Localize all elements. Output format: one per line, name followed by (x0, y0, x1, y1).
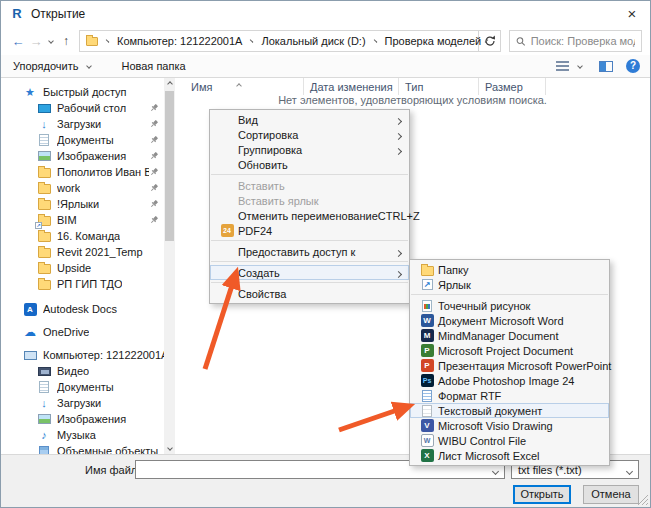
preview-pane-icon[interactable] (599, 61, 613, 72)
submenu-arrow-icon (396, 114, 401, 126)
sidebar-item-downloads2[interactable]: ↓ Загрузки (1, 395, 164, 411)
up-button[interactable]: ↑ (57, 34, 75, 48)
context-menu: Вид Сортировка Группировка Обновить Вста… (209, 109, 410, 304)
sidebar-item-documents[interactable]: Документы (1, 132, 164, 148)
sidebar-item-work[interactable]: work (1, 180, 164, 196)
menu-item-group[interactable]: Группировка (210, 142, 409, 157)
submenu-item-photoshop[interactable]: Ps Adobe Photoshop Image 24 (410, 373, 609, 388)
pin-icon (149, 151, 159, 161)
sidebar-item-videos[interactable]: Видео (1, 363, 164, 379)
sidebar-item-bim[interactable]: ↗ BIM (1, 212, 164, 228)
refresh-button[interactable] (479, 30, 501, 52)
download-icon: ↓ (37, 118, 51, 131)
sidebar-item-quick-access[interactable]: ★ Быстрый доступ (1, 84, 164, 100)
submenu-item-folder[interactable]: Папку (410, 262, 609, 277)
menu-separator (211, 240, 408, 241)
sidebar-item-pictures[interactable]: Изображения (1, 148, 164, 164)
submenu-item-wibu[interactable]: W WIBU Control File (410, 433, 609, 448)
folder-icon (37, 198, 51, 211)
scroll-down-button[interactable] (164, 442, 175, 454)
crumb-separator-icon (250, 39, 254, 43)
navigation-bar: ← → ↑ Компьютер: 121222001A Локальный ди… (1, 27, 650, 55)
sidebar-item-rp-gip-tdo[interactable]: РП ГИП ТДО (1, 276, 164, 292)
menu-item-new[interactable]: Создать (210, 265, 409, 280)
sidebar-item-autodesk-docs[interactable]: A Autodesk Docs (1, 301, 164, 317)
organize-button[interactable]: Упорядочить (13, 60, 95, 72)
breadcrumb-computer[interactable]: Компьютер: 121222001A (117, 35, 242, 47)
rtf-icon (422, 390, 432, 402)
column-size[interactable]: Размер (479, 78, 546, 95)
sidebar-item-onedrive[interactable]: ☁ OneDrive (1, 324, 164, 340)
resize-grip[interactable] (638, 495, 648, 505)
submenu-item-excel[interactable]: X Лист Microsoft Excel (410, 448, 609, 463)
submenu-item-rtf[interactable]: Формат RTF (410, 388, 609, 403)
menu-item-share[interactable]: Предоставить доступ к (210, 244, 409, 259)
picture-icon (37, 150, 51, 163)
view-mode-button[interactable] (556, 61, 586, 71)
new-folder-button[interactable]: Новая папка (121, 60, 185, 72)
sidebar-item-upside[interactable]: Upside (1, 260, 164, 276)
menu-separator (211, 174, 408, 175)
column-type[interactable]: Тип (399, 78, 479, 95)
submenu-item-mindmanager[interactable]: M MindManager Document (410, 328, 609, 343)
submenu-arrow-icon (396, 246, 401, 258)
document-icon (37, 381, 51, 394)
menu-item-undo-rename[interactable]: Отменить переименование CTRL+Z (210, 208, 409, 223)
breadcrumb-drive[interactable]: Локальный диск (D:) (261, 35, 365, 47)
search-box[interactable] (509, 30, 642, 52)
menu-item-sort[interactable]: Сортировка (210, 127, 409, 142)
pin-icon (149, 199, 159, 209)
submenu-item-bitmap[interactable]: Точечный рисунок (410, 298, 609, 313)
folder-shortcut-icon: ↗ (37, 214, 51, 227)
submenu-arrow-icon (396, 267, 401, 279)
submenu-arrow-icon (396, 144, 401, 156)
history-dropdown-icon[interactable] (48, 38, 54, 44)
address-bar[interactable]: Компьютер: 121222001A Локальный диск (D:… (79, 30, 479, 52)
menu-item-properties[interactable]: Свойства (210, 286, 409, 301)
column-date-modified[interactable]: Дата изменения (304, 78, 399, 95)
sidebar-item-downloads[interactable]: ↓ Загрузки (1, 116, 164, 132)
submenu-item-project[interactable]: P Microsoft Project Document (410, 343, 609, 358)
back-button[interactable]: ← (9, 34, 27, 49)
menu-item-refresh[interactable]: Обновить (210, 157, 409, 172)
menu-item-pdf24[interactable]: 24 PDF24 (210, 223, 409, 238)
sidebar-item-this-pc[interactable]: Компьютер: 121222001A (1, 347, 164, 363)
menu-separator (211, 261, 408, 262)
sidebar-item-pictures2[interactable]: Изображения (1, 411, 164, 427)
scroll-up-button[interactable] (164, 78, 175, 90)
sidebar-item-desktop[interactable]: Рабочий стол (1, 100, 164, 116)
breadcrumb-folder[interactable]: Проверка моделей (385, 35, 482, 47)
submenu-arrow-icon (396, 129, 401, 141)
sidebar-item-3d-objects[interactable]: Объемные объекты (1, 443, 164, 454)
submenu-item-text-document[interactable]: Текстовый документ (410, 403, 609, 418)
empty-folder-message: Нет элементов, удовлетворяющих условиям … (175, 94, 650, 106)
menu-item-paste-shortcut: Вставить ярлык (210, 193, 409, 208)
submenu-item-shortcut[interactable]: ↗ Ярлык (410, 277, 609, 292)
forward-button[interactable]: → (27, 34, 45, 49)
sidebar-item-komanda[interactable]: 16. Команда (1, 228, 164, 244)
help-icon[interactable]: ? (626, 59, 640, 73)
submenu-item-visio[interactable]: V Microsoft Visio Drawing (410, 418, 609, 433)
submenu-item-powerpoint[interactable]: P Презентация Microsoft PowerPoint (410, 358, 609, 373)
project-icon: P (421, 344, 434, 357)
close-icon[interactable]: × (614, 1, 650, 27)
document-icon (37, 134, 51, 147)
pin-icon (149, 183, 159, 193)
navigation-pane: ★ Быстрый доступ Рабочий стол ↓ Загрузки… (1, 78, 164, 454)
sidebar-item-documents2[interactable]: Документы (1, 379, 164, 395)
submenu-item-word[interactable]: W Документ Microsoft Word (410, 313, 609, 328)
search-input[interactable] (531, 35, 635, 47)
sidebar-item-music[interactable]: ♪ Музыка (1, 427, 164, 443)
mindmanager-icon: M (421, 329, 434, 342)
sidebar-item-user-folder[interactable]: Пополитов Иван Владимирович (1, 164, 164, 180)
picture-icon (37, 413, 51, 426)
cancel-button[interactable]: Отмена (583, 485, 639, 504)
folder-icon (37, 278, 51, 291)
sidebar-item-revit-temp[interactable]: Revit 2021_Temp (1, 244, 164, 260)
menu-item-view[interactable]: Вид (210, 112, 409, 127)
open-button[interactable]: Открыть (513, 485, 571, 504)
pdf24-icon: 24 (221, 224, 234, 237)
sidebar-item-shortcuts[interactable]: !Ярлыки (1, 196, 164, 212)
sidebar-scrollbar[interactable] (164, 78, 175, 454)
scrollbar-thumb[interactable] (165, 91, 174, 241)
